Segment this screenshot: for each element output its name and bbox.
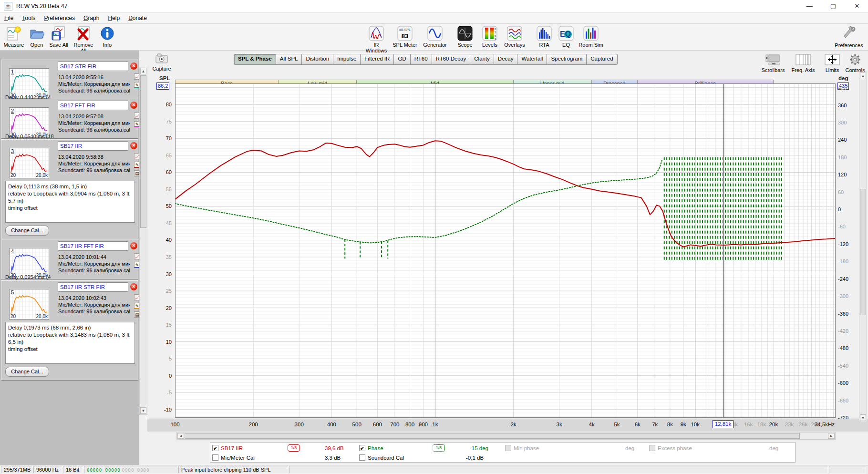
scroll-left-arrow-icon[interactable]: ◄	[177, 433, 184, 439]
spl-phase-chart[interactable]	[175, 83, 836, 418]
tab-gd[interactable]: GD	[394, 54, 410, 65]
sidebar-scrollbar[interactable]: ▲ ▼	[139, 67, 147, 415]
delete-measurement-button[interactable]: ✕	[130, 142, 137, 149]
edit-measurement-icon[interactable]: 📈	[134, 253, 139, 259]
left-tick-35: 35	[155, 254, 172, 260]
scroll-down-arrow-icon[interactable]: ▼	[140, 407, 146, 414]
tab-waterfall[interactable]: Waterfall	[517, 54, 547, 65]
tab-captured[interactable]: Captured	[587, 54, 617, 65]
measurement-mic: Mic/Meter: Коррекция для микр	[58, 302, 130, 308]
edit-measurement-icon[interactable]: 📈	[134, 294, 139, 300]
scroll-up-arrow-icon[interactable]: ▲	[860, 72, 866, 79]
menu-tools[interactable]: Tools	[18, 13, 40, 23]
min-phase-checkbox[interactable]	[505, 445, 511, 451]
ir-windows-button[interactable]: IR Windows	[363, 26, 389, 53]
trace-colour-icon[interactable]: ✎	[134, 303, 139, 309]
change-cal-button[interactable]: Change Cal...	[5, 367, 49, 377]
trace-colour-icon[interactable]: ✎	[134, 82, 139, 88]
measurement-entry-3[interactable]: SB17 IIR✕32020,0k13.04.2020 9:58:38Mic/M…	[1, 139, 138, 239]
soundcard-cal-checkbox[interactable]	[359, 454, 365, 461]
trace-sb17-iir-checkbox[interactable]: ✔	[212, 445, 218, 451]
preferences-button[interactable]: Preferences	[832, 25, 866, 48]
delete-measurement-button[interactable]: ✕	[130, 283, 137, 290]
generator-button[interactable]: Generator	[422, 26, 448, 48]
edit-measurement-icon[interactable]: 📈	[134, 153, 139, 159]
chart-scrollbar-thumb[interactable]	[860, 189, 866, 315]
menu-preferences[interactable]: Preferences	[40, 13, 79, 23]
minimize-button[interactable]: —	[798, 0, 820, 12]
measurement-entry-5[interactable]: SB17 IIR STR FIR✕52020,0k13.04.2020 10:0…	[1, 280, 138, 381]
tab-all-spl[interactable]: All SPL	[276, 54, 302, 65]
measurement-name-input[interactable]: SB17 FFT FIR	[58, 101, 128, 110]
menu-help[interactable]: Help	[103, 13, 124, 23]
save-all-button[interactable]: Save All	[46, 26, 72, 48]
freq-axis-button[interactable]: Freq. Axis	[789, 53, 817, 73]
cursor-frequency-value[interactable]: 12,81k	[713, 420, 734, 428]
sidebar-scrollbar-thumb[interactable]	[140, 75, 146, 228]
info-button[interactable]: Info	[94, 26, 120, 48]
tab-decay[interactable]: Decay	[494, 54, 518, 65]
scroll-down-arrow-icon[interactable]: ▼	[860, 414, 866, 421]
delete-measurement-button[interactable]: ✕	[130, 62, 137, 70]
measurement-name-input[interactable]: SB17 STR FIR	[58, 62, 128, 71]
scope-button[interactable]: Scope	[452, 26, 478, 48]
scroll-right-arrow-icon[interactable]: ►	[828, 433, 835, 439]
phase-checkbox[interactable]: ✔	[359, 445, 365, 451]
trace-colour-icon[interactable]: ✎	[134, 262, 139, 268]
horizontal-scrollbar-thumb[interactable]	[185, 433, 800, 439]
trace-smoothing-button[interactable]: 1/8	[288, 444, 300, 452]
excess-phase-checkbox[interactable]	[649, 445, 655, 451]
delete-measurement-button[interactable]: ✕	[130, 242, 137, 249]
scrollbars-button[interactable]: Scrollbars	[759, 53, 787, 73]
trace-colour-icon[interactable]: ✎	[134, 121, 139, 127]
right-tick--360: -360	[838, 311, 848, 317]
measurement-entry-4[interactable]: SB17 IIR FFT FIR✕42020,0k13.04.2020 10:0…	[1, 239, 138, 279]
measurement-name-input[interactable]: SB17 IIR STR FIR	[58, 282, 128, 292]
measurement-entry-1[interactable]: SB17 STR FIR✕12020,0k13.04.2020 9:55:16M…	[1, 60, 138, 100]
spl-meter-button[interactable]: dB SPL83SPL Meter	[392, 26, 418, 48]
tab-impulse[interactable]: Impulse	[333, 54, 361, 65]
eq-button[interactable]: EQEQ	[553, 26, 579, 48]
change-cal-button[interactable]: Change Cal...	[5, 226, 49, 236]
measurement-mic: Mic/Meter: Коррекция для микр	[58, 120, 130, 126]
room-sim-button[interactable]: Room Sim	[578, 26, 604, 48]
notes-icon[interactable]: ▤	[134, 311, 139, 318]
chart-vertical-scrollbar[interactable]: ▲ ▼	[859, 72, 867, 422]
measurement-entry-2[interactable]: SB17 FFT FIR✕22020,0k13.04.2020 9:57:08M…	[1, 99, 138, 139]
left-tick-70: 70	[155, 135, 172, 141]
tab-spl-phase[interactable]: SPL & Phase	[234, 54, 276, 65]
tab-filtered-ir[interactable]: Filtered IR	[361, 54, 394, 65]
remove-all-button[interactable]: Remove All	[71, 26, 96, 53]
measurement-name-input[interactable]: SB17 IIR	[58, 141, 128, 151]
menu-donate[interactable]: Donate	[124, 13, 151, 23]
measure-button[interactable]: Measure	[1, 26, 27, 48]
tab-clarity[interactable]: Clarity	[470, 54, 494, 65]
trace-colour-icon[interactable]: ✎	[134, 162, 139, 168]
tab-rt60[interactable]: RT60	[411, 54, 432, 65]
menu-graph[interactable]: Graph	[79, 13, 103, 23]
close-button[interactable]: ✕	[846, 0, 868, 12]
tab-distortion[interactable]: Distortion	[302, 54, 333, 65]
measurement-name-input[interactable]: SB17 IIR FFT FIR	[58, 241, 128, 251]
maximize-button[interactable]: ▢	[822, 0, 844, 12]
ir-windows-label: IR Windows	[366, 42, 387, 53]
mic-meter-cal-checkbox[interactable]	[212, 454, 218, 461]
menu-bar: FileToolsPreferencesGraphHelpDonate	[0, 13, 868, 24]
left-axis-limit-value[interactable]: 86,2	[156, 82, 169, 90]
edit-measurement-icon[interactable]: 📈	[134, 73, 139, 80]
scroll-up-arrow-icon[interactable]: ▲	[140, 68, 146, 74]
phase-smoothing-button[interactable]: 1/8	[433, 444, 445, 452]
menu-file[interactable]: File	[0, 13, 18, 23]
tab-spectrogram[interactable]: Spectrogram	[547, 54, 587, 65]
measurement-thumbnail: 32020,0k	[9, 148, 49, 178]
levels-button[interactable]: 0369Levels	[477, 26, 503, 48]
delete-measurement-button[interactable]: ✕	[130, 102, 137, 109]
overlays-button[interactable]: Overlays	[502, 26, 527, 48]
controls-button[interactable]: Controls	[841, 53, 868, 73]
horizontal-scrollbar[interactable]: ◄ ►	[176, 432, 836, 440]
tab-rt60-decay[interactable]: RT60 Decay	[432, 54, 471, 65]
edit-measurement-icon[interactable]: 📈	[134, 113, 139, 119]
notes-icon[interactable]: ▤	[134, 170, 139, 176]
right-tick--120: -120	[838, 241, 848, 247]
capture-button[interactable]: Capture	[151, 52, 173, 72]
